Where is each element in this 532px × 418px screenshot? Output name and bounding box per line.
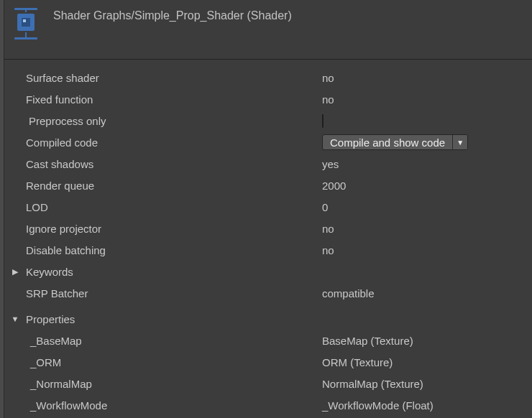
property-row: _BaseMap BaseMap (Texture): [0, 330, 532, 351]
srp-batcher-row: SRP Batcher compatible: [0, 282, 532, 304]
fixed-function-label: Fixed function: [26, 93, 322, 106]
property-desc: BaseMap (Texture): [322, 335, 532, 347]
cast-shadows-value: yes: [322, 158, 532, 170]
surface-shader-label: Surface shader: [26, 72, 322, 84]
svg-rect-5: [14, 37, 37, 40]
preprocess-only-label: Preprocess only: [26, 115, 322, 127]
surface-shader-value: no: [322, 72, 532, 84]
disable-batching-row: Disable batching no: [0, 239, 532, 261]
property-row: _WorkflowMode _WorkflowMode (Float): [0, 394, 532, 416]
surface-shader-row: Surface shader no: [0, 67, 532, 88]
srp-batcher-value: compatible: [322, 287, 532, 299]
render-queue-label: Render queue: [26, 180, 322, 192]
preprocess-only-row: Preprocess only: [0, 110, 532, 131]
ignore-projector-label: Ignore projector: [26, 223, 322, 235]
compiled-code-row: Compiled code Compile and show code ▼: [0, 131, 532, 153]
property-row: _ORM ORM (Texture): [0, 351, 532, 373]
svg-rect-4: [23, 19, 26, 22]
property-name: _ORM: [26, 356, 322, 368]
lod-value: 0: [322, 201, 532, 213]
compile-show-code-label: Compile and show code: [323, 135, 453, 149]
inspector-body: Surface shader no Fixed function no Prep…: [0, 60, 532, 418]
property-desc: ORM (Texture): [322, 356, 532, 368]
shader-icon: [13, 7, 39, 40]
shader-inspector: Shader Graphs/Simple_Prop_Shader (Shader…: [0, 0, 532, 418]
svg-rect-1: [14, 8, 37, 10]
disable-batching-value: no: [322, 244, 532, 256]
chevron-down-icon[interactable]: ▼: [453, 135, 467, 149]
property-row: _NormalMap NormalMap (Texture): [0, 373, 532, 394]
properties-header-row[interactable]: ▼ Properties: [0, 308, 532, 330]
property-name: _NormalMap: [26, 378, 322, 390]
property-desc: NormalMap (Texture): [322, 378, 532, 390]
ignore-projector-value: no: [322, 223, 532, 235]
cast-shadows-label: Cast shadows: [26, 158, 322, 170]
inspector-header: Shader Graphs/Simple_Prop_Shader (Shader…: [0, 0, 532, 60]
lod-label: LOD: [26, 201, 322, 213]
keywords-label: Keywords: [26, 266, 318, 278]
render-queue-value: 2000: [322, 180, 532, 192]
render-queue-row: Render queue 2000: [0, 175, 532, 196]
property-name: _WorkflowMode: [26, 399, 322, 412]
shader-title: Shader Graphs/Simple_Prop_Shader (Shader…: [53, 7, 292, 23]
ignore-projector-row: Ignore projector no: [0, 218, 532, 239]
foldout-arrow-icon[interactable]: ▶: [9, 267, 22, 277]
compiled-code-label: Compiled code: [26, 136, 322, 149]
property-name: _BaseMap: [26, 335, 322, 347]
property-desc: _WorkflowMode (Float): [322, 399, 532, 412]
keywords-row[interactable]: ▶ Keywords: [0, 261, 532, 282]
lod-row: LOD 0: [0, 196, 532, 218]
preprocess-only-checkbox[interactable]: [322, 114, 324, 128]
fixed-function-row: Fixed function no: [0, 88, 532, 110]
foldout-arrow-icon[interactable]: ▼: [9, 315, 22, 323]
disable-batching-label: Disable batching: [26, 244, 322, 256]
compile-show-code-button[interactable]: Compile and show code ▼: [322, 134, 468, 150]
fixed-function-value: no: [322, 93, 532, 106]
cast-shadows-row: Cast shadows yes: [0, 153, 532, 175]
properties-header-label: Properties: [26, 313, 318, 325]
srp-batcher-label: SRP Batcher: [26, 287, 322, 299]
left-strip: [0, 0, 4, 418]
